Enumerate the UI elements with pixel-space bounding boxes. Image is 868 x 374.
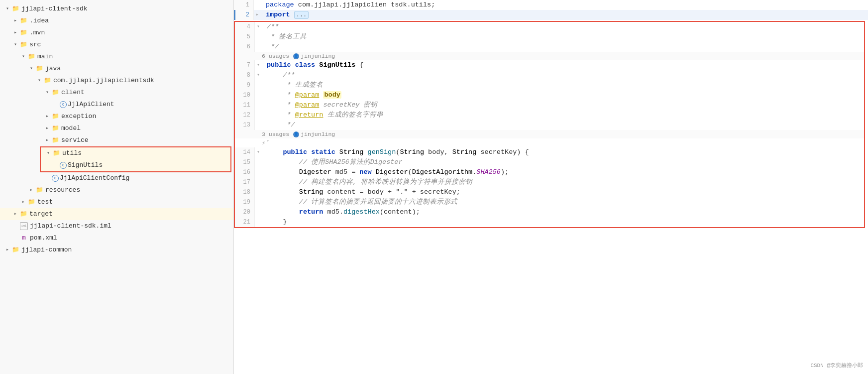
line-number: 12 [235, 110, 255, 120]
file-tree: 📁 jjlapi-client-sdk 📁 .idea 📁 .mvn 📁 src… [0, 0, 234, 374]
line-content: * @return 生成的签名字符串 [262, 110, 864, 120]
line-number: 14 [235, 147, 255, 157]
arrow-icon [28, 185, 35, 195]
code-line-8: 8 /** [235, 70, 864, 80]
usage-count-2: 3 usages [262, 131, 289, 137]
line-content: return md5.digestHex(content); [262, 207, 864, 217]
tree-item-target[interactable]: 📁 target [0, 208, 233, 220]
tree-item-root[interactable]: 📁 jjlapi-client-sdk [0, 3, 233, 15]
code-editor: 1 package com.jjlapi.jjlapiclien tsdk.ut… [234, 0, 868, 374]
code-line-11: 11 * @param secretKey 密钥 [235, 100, 864, 110]
fold-icon [255, 90, 262, 100]
tree-item-jjlapiclient[interactable]: C JjlApiClient [0, 99, 233, 111]
folder-icon: 📁 [52, 88, 59, 98]
code-line-15: 15 // 使用SHA256算法的Digester [235, 157, 864, 167]
code-line-17: 17 // 构建签名内容, 将哈希映射转换为字符串并拼接密钥 [235, 177, 864, 187]
folder-icon: 📁 [28, 52, 35, 62]
java-class-icon: C [60, 162, 67, 169]
tree-label: exception [61, 112, 96, 122]
tree-label: utils [62, 148, 82, 158]
fold-icon [255, 42, 262, 52]
tree-item-iml[interactable]: jjlapi-client-sdk.iml [0, 220, 233, 232]
arrow-icon [12, 40, 19, 50]
line-number: 1 [234, 0, 254, 10]
arrow-icon [44, 124, 51, 133]
tree-label: jjlapi-common [21, 245, 72, 255]
tree-item-src[interactable]: 📁 src [0, 39, 233, 51]
arrow-icon [20, 52, 27, 62]
arrow-icon [28, 64, 35, 74]
tree-item-java[interactable]: 📁 java [0, 63, 233, 75]
fold-icon [255, 207, 262, 217]
line-number: 2 [234, 10, 254, 20]
tree-label: test [37, 197, 53, 207]
arrow-icon [4, 4, 11, 14]
tree-item-signutils[interactable]: C SignUtils [41, 159, 230, 171]
code-line-10: 10 * @param body [235, 90, 864, 100]
fold-icon [255, 100, 262, 110]
tree-label: JjlApiClient [68, 100, 114, 110]
java-class-icon: C [52, 175, 59, 182]
line-number: 7 [235, 60, 255, 70]
fold-icon [255, 217, 262, 227]
tree-item-jjlapiclientconfig[interactable]: C JjlApiClientConfig [0, 172, 233, 184]
code-line-7: 7 public class SignUtils { [235, 60, 864, 70]
tree-item-jjlapi-common[interactable]: 📁 jjlapi-common [0, 244, 233, 256]
code-line-20: 20 return md5.digestHex(content); [235, 207, 864, 217]
line-number: 19 [235, 197, 255, 207]
folder-icon: 📁 [20, 28, 27, 38]
tree-item-main[interactable]: 📁 main [0, 51, 233, 63]
tree-item-mvn[interactable]: 📁 .mvn [0, 27, 233, 39]
red-border-section: 4 /** 5 * 签名工具 6 */ 6 usages 👤 [234, 21, 865, 228]
line-number: 6 [235, 42, 255, 52]
author-1: 👤 jinjunling [293, 53, 335, 59]
tree-item-service[interactable]: 📁 service [0, 134, 233, 146]
line-content: // 使用SHA256算法的Digester [262, 157, 864, 167]
tree-item-resources[interactable]: 📁 resources [0, 184, 233, 196]
arrow-icon [44, 88, 51, 98]
line-number: 9 [235, 80, 255, 90]
tree-item-test[interactable]: 📁 test [0, 196, 233, 208]
code-line-9: 9 * 生成签名 [235, 80, 864, 90]
arrow-icon [12, 28, 19, 38]
line-number: 10 [235, 90, 255, 100]
fold-icon[interactable] [254, 10, 261, 20]
line-number: 5 [235, 32, 255, 42]
folder-icon: 📁 [28, 197, 35, 207]
annotation-dropdown[interactable]: ˅ [266, 139, 269, 147]
tree-item-exception[interactable]: 📁 exception [0, 111, 233, 123]
tree-item-model[interactable]: 📁 model [0, 123, 233, 134]
code-line-6: 6 */ [235, 42, 864, 52]
fold-icon [255, 187, 262, 197]
tree-item-utils[interactable]: 📁 utils [41, 147, 230, 159]
line-number: 21 [235, 217, 255, 227]
tree-item-client[interactable]: 📁 client [0, 87, 233, 99]
code-line-4: 4 /** [235, 22, 864, 32]
fold-icon[interactable] [255, 22, 262, 32]
tree-label: main [37, 52, 53, 62]
fold-icon[interactable] [255, 147, 262, 157]
code-line-12: 12 * @return 生成的签名字符串 [235, 110, 864, 120]
tree-label: model [61, 124, 81, 133]
tree-label: resources [45, 185, 80, 195]
line-content: public class SignUtils { [262, 60, 864, 70]
line-number: 13 [235, 120, 255, 130]
usage-bar-2: 3 usages 👤 jinjunling [235, 130, 864, 138]
line-content: /** [262, 70, 864, 80]
author-2: 👤 jinjunling [293, 131, 335, 137]
fold-icon[interactable] [255, 60, 262, 70]
line-content: /** [262, 22, 864, 32]
line-number: 8 [235, 70, 255, 80]
line-content: // 计算签名的摘要并返回摘要的十六进制表示形式 [262, 197, 864, 207]
line-content: */ [262, 120, 864, 130]
tree-item-idea[interactable]: 📁 .idea [0, 15, 233, 27]
arrow-icon [12, 16, 19, 26]
folder-icon: 📁 [20, 16, 27, 26]
folder-icon: 📁 [36, 64, 43, 74]
tree-item-pom[interactable]: pom.xml [0, 232, 233, 244]
author-icon-1: 👤 [293, 53, 299, 59]
tree-item-com[interactable]: 📁 com.jjlapi.jjlapiclientsdk [0, 75, 233, 87]
folder-icon: 📁 [52, 124, 59, 133]
fold-icon[interactable] [255, 70, 262, 80]
line-number: 11 [235, 100, 255, 110]
